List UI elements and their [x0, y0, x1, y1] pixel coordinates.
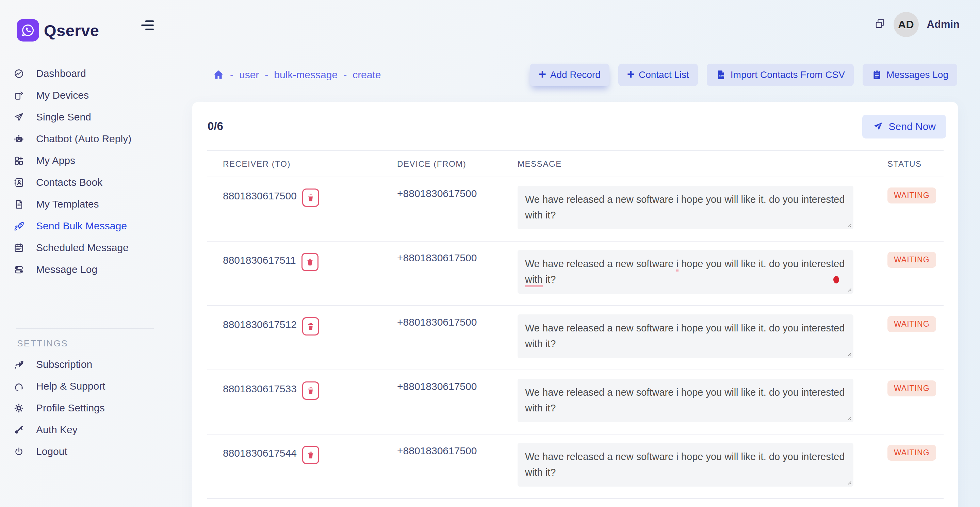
top-header: Qserve AD Admin [0, 0, 980, 51]
send-now-button[interactable]: Send Now [862, 114, 946, 138]
receiver-cell: 8801830617500 [223, 177, 397, 242]
device-cell: +8801830617500 [397, 306, 517, 370]
message-textarea[interactable]: We have released a new software i hope y… [517, 443, 853, 486]
sidebar-item-label: My Devices [36, 89, 89, 101]
user-name[interactable]: Admin [927, 18, 959, 31]
sidebar-item-subscription[interactable]: Subscription [0, 354, 182, 375]
page: Qserve AD Admin DashboardMy DevicesSingl… [0, 0, 980, 507]
resize-handle-icon[interactable] [846, 351, 852, 356]
delete-row-button[interactable] [302, 381, 319, 400]
breadcrumb-separator: - [230, 69, 234, 81]
breadcrumb-item-create[interactable]: create [353, 69, 381, 81]
home-icon[interactable] [213, 69, 224, 81]
header-right: AD Admin [875, 11, 959, 37]
sidebar-item-label: Single Send [36, 111, 91, 123]
sidebar-item-label: Help & Support [36, 380, 105, 392]
import-contacts-from-csv-button[interactable]: CSVImport Contacts From CSV [707, 64, 854, 86]
sidebar: DashboardMy DevicesSingle SendChatbot (A… [0, 51, 182, 507]
sidebar-toggle-button[interactable] [141, 21, 154, 30]
sidebar-item-send-bulk-message[interactable]: Send Bulk Message [0, 215, 182, 237]
message-textarea[interactable]: We have released a new software i hope y… [517, 315, 853, 358]
sidebar-item-logout[interactable]: Logout [0, 441, 182, 462]
message-text: We have released a new software i hope y… [525, 194, 845, 221]
message-textarea[interactable]: We have released a new software i hope y… [517, 379, 853, 422]
action-button-label: Import Contacts From CSV [730, 70, 845, 80]
status-badge: WAITING [888, 188, 936, 203]
sidebar-settings-nav: SubscriptionHelp & SupportProfile Settin… [0, 354, 182, 462]
toolbar-row: -user-bulk-message-create +Add Record+Co… [192, 62, 980, 88]
svg-text:CSV: CSV [719, 75, 724, 78]
sidebar-item-label: Dashboard [36, 68, 86, 79]
message-textarea[interactable]: We have released a new software i hope y… [517, 250, 853, 294]
message-textarea[interactable]: We have released a new software i hope y… [517, 186, 853, 229]
delete-row-button[interactable] [302, 189, 319, 207]
sidebar-item-single-send[interactable]: Single Send [0, 106, 182, 128]
sidebar-item-label: Scheduled Message [36, 242, 129, 253]
table-row: 8801830617533 +8801830617500 We have rel… [192, 370, 958, 434]
delete-row-button[interactable] [302, 317, 319, 335]
status-cell: WAITING [888, 242, 936, 306]
plus-icon: + [627, 68, 635, 81]
breadcrumb-separator: - [343, 69, 347, 81]
sidebar-item-contacts-book[interactable]: Contacts Book [0, 172, 182, 193]
sidebar-item-label: Profile Settings [36, 402, 105, 414]
resize-handle-icon[interactable] [846, 480, 852, 485]
sidebar-item-my-apps[interactable]: My Apps [0, 150, 182, 172]
device-number: +8801830617500 [397, 252, 477, 263]
sidebar-item-auth-key[interactable]: Auth Key [0, 419, 182, 441]
receiver-cell: 8801830617512 [223, 306, 397, 370]
sidebar-item-my-templates[interactable]: My Templates [0, 193, 182, 215]
delete-row-button[interactable] [302, 446, 319, 464]
sidebar-item-dashboard[interactable]: Dashboard [0, 63, 182, 84]
avatar[interactable]: AD [894, 12, 919, 37]
sidebar-item-my-devices[interactable]: My Devices [0, 84, 182, 106]
delete-row-button[interactable] [301, 253, 318, 271]
action-button-label: Add Record [550, 70, 601, 80]
brand[interactable]: Qserve [17, 19, 99, 41]
headset-icon [14, 381, 24, 392]
sidebar-item-profile-settings[interactable]: Profile Settings [0, 397, 182, 419]
contacts-book-icon [14, 177, 24, 188]
contact-list-button[interactable]: +Contact List [618, 64, 698, 86]
resize-handle-icon[interactable] [846, 286, 852, 292]
column-header-receiver-to: RECEIVER (TO) [223, 159, 397, 169]
breadcrumb-item-bulk-message[interactable]: bulk-message [274, 69, 337, 81]
templates-icon [14, 199, 24, 210]
rocket-filled-icon [14, 359, 24, 370]
whatsapp-logo-icon [17, 19, 39, 41]
send-icon [872, 121, 883, 132]
sidebar-item-scheduled-message[interactable]: Scheduled Message [0, 237, 182, 259]
brand-name: Qserve [44, 21, 99, 40]
message-log-icon [14, 264, 24, 275]
message-cell: We have released a new software i hope y… [517, 242, 888, 306]
action-buttons: +Add Record+Contact ListCSVImport Contac… [530, 64, 957, 86]
breadcrumb: -user-bulk-message-create [213, 69, 381, 81]
device-number: +8801830617500 [397, 381, 477, 392]
column-header-status: STATUS [888, 159, 936, 169]
dashboard-icon [14, 68, 24, 79]
resize-handle-icon[interactable] [846, 222, 852, 228]
calendar-icon [14, 243, 24, 253]
sidebar-item-chatbot-auto-reply[interactable]: Chatbot (Auto Reply) [0, 128, 182, 150]
resize-handle-icon[interactable] [846, 415, 852, 421]
add-record-button[interactable]: +Add Record [530, 64, 609, 86]
device-cell: +8801830617500 [397, 177, 517, 242]
breadcrumb-item-user[interactable]: user [239, 69, 259, 81]
key-icon [14, 424, 24, 435]
settings-heading: SETTINGS [17, 338, 182, 349]
sidebar-item-message-log[interactable]: Message Log [0, 259, 182, 280]
status-badge: WAITING [888, 380, 936, 396]
status-badge: WAITING [888, 252, 936, 268]
sidebar-item-help-support[interactable]: Help & Support [0, 375, 182, 397]
table-row: 8801830617511 +8801830617500 We have rel… [192, 242, 958, 306]
device-cell: +8801830617500 [397, 242, 517, 306]
messages-log-button[interactable]: Messages Log [862, 64, 957, 86]
device-number: +8801830617500 [397, 188, 477, 199]
status-cell: WAITING [888, 434, 936, 499]
message-text: We have released a new software i hope y… [525, 258, 845, 287]
status-cell: WAITING [888, 370, 936, 434]
receiver-number: 8801830617500 [223, 189, 297, 203]
overlap-squares-icon[interactable] [875, 18, 885, 31]
action-button-label: Contact List [639, 70, 689, 80]
message-cell: We have released a new software i hope y… [517, 177, 888, 242]
